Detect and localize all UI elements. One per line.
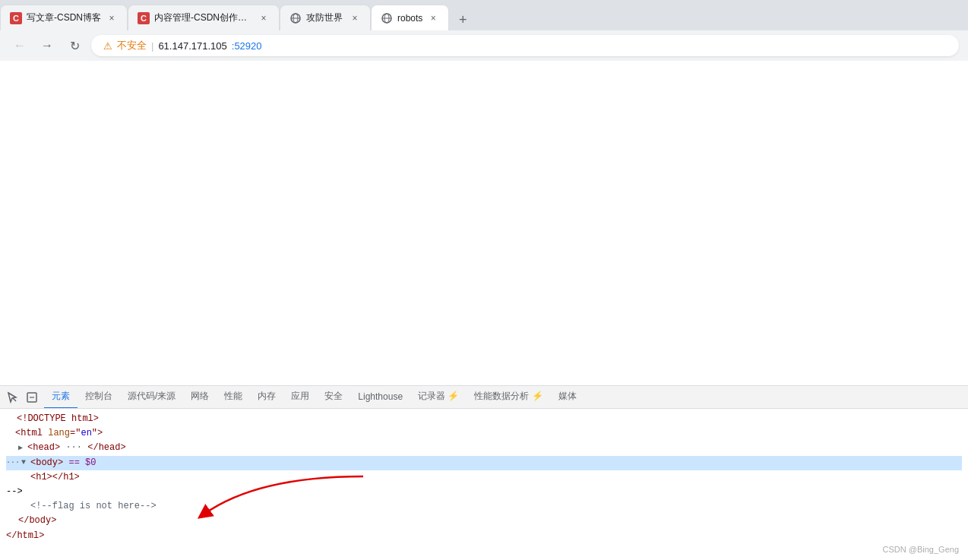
code-line-doctype: <!DOCTYPE html>	[6, 412, 962, 426]
security-warning-text: 不安全	[117, 39, 147, 52]
svg-line-6	[13, 398, 16, 401]
tab-4-icon	[381, 12, 393, 24]
tab-3-label: 攻防世界	[306, 11, 344, 24]
tab-1-label: 写文章-CSDN博客	[27, 11, 101, 24]
doctype-text: <!DOCTYPE html>	[17, 412, 99, 426]
code-line-comment: <!--flag is not here-->	[6, 499, 962, 514]
devtools-elements-content: <!DOCTYPE html> <html lang="en"> ▶ <head…	[0, 409, 968, 546]
devtools-tab-security[interactable]: 安全	[317, 386, 350, 409]
address-bar: ← → ↻ ⚠ 不安全 | 61.147.171.105:52920	[0, 30, 968, 61]
comment-text: <!--flag is not here-->	[30, 499, 157, 514]
code-line-head: ▶ <head> ··· </head>	[6, 441, 962, 455]
close-body-tag: </body>	[18, 514, 56, 528]
security-warning-icon: ⚠	[103, 40, 112, 52]
html-tag: <html lang="en">	[15, 426, 103, 441]
h1-tag: <h1></h1>	[30, 470, 80, 485]
tab-bar: C 写文章-CSDN博客 × C 内容管理-CSDN创作中心 × 攻防世界 × …	[0, 0, 968, 30]
back-button[interactable]: ←	[9, 35, 30, 56]
devtools-inspect-icon[interactable]	[23, 388, 41, 407]
devtools-tab-application[interactable]: 应用	[283, 386, 317, 409]
devtools-panel: 元素 控制台 源代码/来源 网络 性能 内存 应用 安全	[0, 385, 968, 560]
reload-button[interactable]: ↻	[64, 35, 85, 56]
devtools-tab-bar: 元素 控制台 源代码/来源 网络 性能 内存 应用 安全	[0, 386, 968, 409]
code-line-html: <html lang="en">	[6, 426, 962, 441]
devtools-tab-lighthouse[interactable]: Lighthouse	[350, 386, 410, 409]
address-separator: |	[151, 40, 153, 52]
tab-3[interactable]: 攻防世界 ×	[280, 5, 371, 30]
address-host: 61.147.171.105	[158, 40, 226, 52]
watermark-bottom: CSDN @Bing_Geng	[883, 545, 959, 554]
tab-2-icon: C	[138, 12, 150, 24]
address-input-container[interactable]: ⚠ 不安全 | 61.147.171.105:52920	[91, 35, 959, 56]
code-line-close-body: </body>	[6, 514, 962, 528]
code-line-close-html: </html>	[6, 529, 962, 543]
new-tab-button[interactable]: +	[452, 9, 473, 30]
address-port: :52920	[232, 40, 262, 52]
devtools-tab-network[interactable]: 网络	[183, 386, 217, 409]
devtools-tab-sources[interactable]: 源代码/来源	[120, 386, 183, 409]
devtools-tab-memory[interactable]: 内存	[250, 386, 283, 409]
tab-1[interactable]: C 写文章-CSDN博客 ×	[0, 5, 128, 30]
tab-4-close[interactable]: ×	[427, 12, 439, 24]
tab-3-icon	[289, 12, 302, 24]
tab-4[interactable]: robots ×	[371, 5, 449, 30]
devtools-cursor-icon[interactable]	[3, 388, 21, 407]
tab-2-close[interactable]: ×	[258, 12, 270, 24]
head-arrow: ▶	[18, 442, 27, 454]
close-html-tag: </html>	[6, 529, 44, 543]
tab-4-label: robots	[397, 13, 422, 24]
devtools-tab-recorder[interactable]: 记录器 ⚡	[410, 386, 467, 409]
tab-2[interactable]: C 内容管理-CSDN创作中心 ×	[128, 5, 280, 30]
head-tag: <head> ··· </head>	[27, 441, 126, 455]
code-line-body[interactable]: ··· ▼ <body> == $0	[6, 456, 962, 470]
devtools-tab-perf-insights[interactable]: 性能数据分析 ⚡	[467, 386, 550, 409]
tab-3-close[interactable]: ×	[349, 12, 361, 24]
forward-button[interactable]: →	[36, 35, 58, 56]
body-arrow: ▼	[21, 457, 30, 469]
tab-2-label: 内容管理-CSDN创作中心	[154, 11, 253, 24]
devtools-tab-performance[interactable]: 性能	[217, 386, 250, 409]
tab-1-close[interactable]: ×	[106, 12, 118, 24]
devtools-tab-media[interactable]: 媒体	[551, 386, 584, 409]
page-content	[0, 61, 968, 385]
red-arrow-annotation	[181, 469, 378, 530]
devtools-tab-elements[interactable]: 元素	[44, 386, 78, 409]
tab-1-icon: C	[10, 12, 22, 24]
body-tag: <body> == $0	[30, 456, 96, 470]
browser-window: C 写文章-CSDN博客 × C 内容管理-CSDN创作中心 × 攻防世界 × …	[0, 0, 968, 560]
code-line-h1: <h1></h1>	[6, 470, 962, 485]
dots-icon: ···	[6, 457, 20, 469]
devtools-tab-console[interactable]: 控制台	[78, 386, 120, 409]
